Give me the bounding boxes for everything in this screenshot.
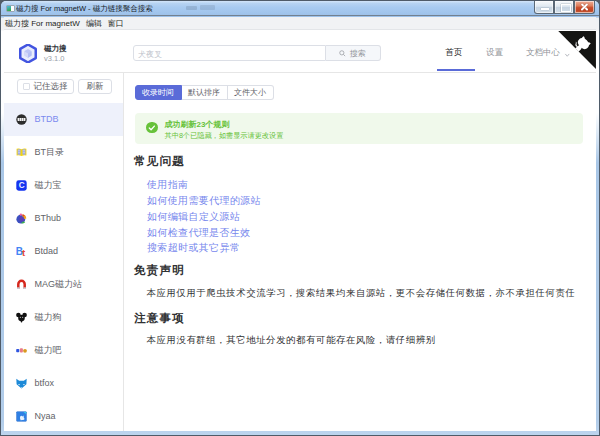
svg-text:t: t xyxy=(22,247,26,257)
svg-text:C: C xyxy=(19,181,25,190)
